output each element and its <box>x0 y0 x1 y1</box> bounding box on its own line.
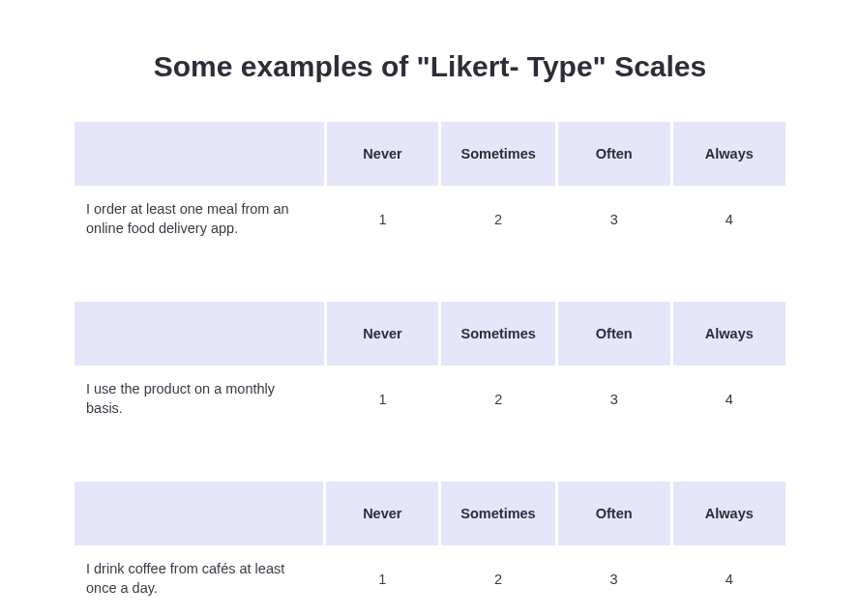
header-sometimes: Sometimes <box>441 302 554 366</box>
table-row: I drink coffee from cafés at least once … <box>74 545 786 613</box>
header-always: Always <box>673 482 786 545</box>
value-sometimes: 2 <box>441 366 554 433</box>
header-empty <box>74 122 324 186</box>
page-title: Some examples of "Likert- Type" Scales <box>0 0 860 122</box>
header-never: Never <box>327 302 439 366</box>
tables-container: Never Sometimes Often Always I order at … <box>0 122 860 613</box>
header-always: Always <box>673 302 786 366</box>
header-often: Often <box>558 122 670 186</box>
value-never: 1 <box>327 366 439 433</box>
header-never: Never <box>326 482 438 545</box>
statement-cell: I use the product on a monthly basis. <box>74 366 324 433</box>
statement-cell: I drink coffee from cafés at least once … <box>74 545 323 613</box>
value-never: 1 <box>327 186 439 253</box>
value-often: 3 <box>558 366 670 433</box>
value-sometimes: 2 <box>441 186 554 253</box>
table-row: I order at least one meal from an online… <box>74 186 786 253</box>
value-sometimes: 2 <box>441 545 554 613</box>
header-often: Often <box>558 482 670 545</box>
value-often: 3 <box>558 186 670 253</box>
table-header-row: Never Sometimes Often Always <box>74 482 786 545</box>
header-never: Never <box>327 122 439 186</box>
header-often: Often <box>558 302 670 366</box>
header-empty <box>74 302 324 366</box>
table-header-row: Never Sometimes Often Always <box>74 302 786 366</box>
likert-table-1: Never Sometimes Often Always I order at … <box>72 122 788 253</box>
likert-table-3: Never Sometimes Often Always I drink cof… <box>72 482 788 613</box>
table-row: I use the product on a monthly basis. 1 … <box>74 366 786 433</box>
header-sometimes: Sometimes <box>441 122 554 186</box>
table-header-row: Never Sometimes Often Always <box>74 122 786 186</box>
likert-table-2: Never Sometimes Often Always I use the p… <box>72 302 788 433</box>
statement-cell: I order at least one meal from an online… <box>74 186 324 253</box>
value-never: 1 <box>326 545 438 613</box>
value-always: 4 <box>673 186 786 253</box>
header-empty <box>74 482 323 545</box>
value-always: 4 <box>673 545 786 613</box>
header-always: Always <box>673 122 786 186</box>
value-often: 3 <box>558 545 670 613</box>
value-always: 4 <box>673 366 786 433</box>
header-sometimes: Sometimes <box>441 482 554 545</box>
